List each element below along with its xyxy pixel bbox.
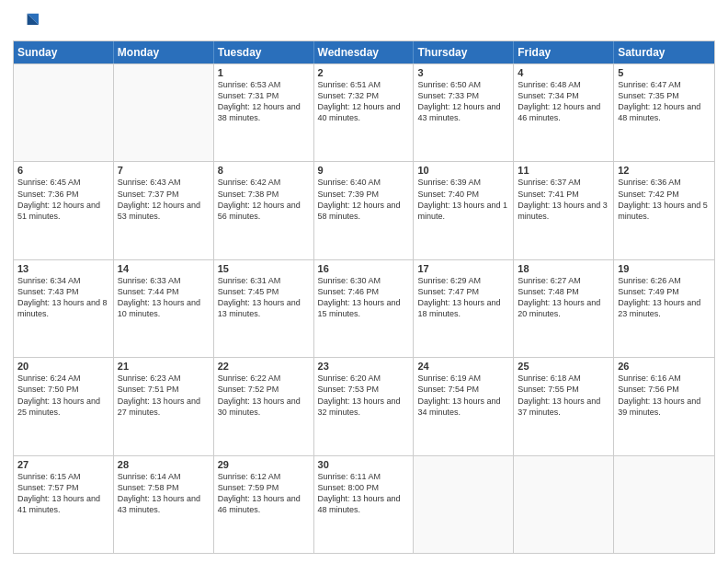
day-info: Sunrise: 6:18 AM Sunset: 7:55 PM Dayligh… (518, 373, 609, 418)
header-day-sunday: Sunday (14, 41, 114, 63)
day-info: Sunrise: 6:39 AM Sunset: 7:40 PM Dayligh… (417, 177, 509, 222)
day-number: 27 (17, 459, 109, 470)
cal-cell (414, 456, 514, 553)
cal-cell: 13Sunrise: 6:34 AM Sunset: 7:43 PM Dayli… (14, 260, 114, 357)
cal-cell: 29Sunrise: 6:12 AM Sunset: 7:59 PM Dayli… (214, 456, 314, 553)
cal-cell: 3Sunrise: 6:50 AM Sunset: 7:33 PM Daylig… (414, 64, 514, 161)
day-info: Sunrise: 6:14 AM Sunset: 7:58 PM Dayligh… (118, 471, 210, 516)
day-info: Sunrise: 6:30 AM Sunset: 7:46 PM Dayligh… (318, 275, 410, 320)
cal-cell: 12Sunrise: 6:36 AM Sunset: 7:42 PM Dayli… (614, 162, 714, 259)
day-number: 6 (17, 165, 109, 176)
cal-cell: 22Sunrise: 6:22 AM Sunset: 7:52 PM Dayli… (214, 358, 314, 454)
day-number: 29 (218, 459, 310, 470)
day-number: 28 (118, 459, 210, 470)
day-info: Sunrise: 6:11 AM Sunset: 8:00 PM Dayligh… (318, 471, 410, 516)
cal-cell: 1Sunrise: 6:53 AM Sunset: 7:31 PM Daylig… (214, 64, 314, 161)
header-day-wednesday: Wednesday (314, 41, 415, 63)
cal-cell: 4Sunrise: 6:48 AM Sunset: 7:34 PM Daylig… (514, 64, 614, 161)
day-number: 11 (518, 165, 609, 176)
day-info: Sunrise: 6:47 AM Sunset: 7:35 PM Dayligh… (618, 79, 711, 124)
header (13, 9, 715, 35)
day-number: 15 (218, 263, 310, 274)
day-number: 3 (417, 67, 509, 78)
day-info: Sunrise: 6:22 AM Sunset: 7:52 PM Dayligh… (218, 373, 310, 418)
cal-cell: 25Sunrise: 6:18 AM Sunset: 7:55 PM Dayli… (514, 358, 614, 454)
day-info: Sunrise: 6:40 AM Sunset: 7:39 PM Dayligh… (318, 177, 410, 222)
cal-cell: 20Sunrise: 6:24 AM Sunset: 7:50 PM Dayli… (14, 358, 114, 454)
calendar-body: 1Sunrise: 6:53 AM Sunset: 7:31 PM Daylig… (14, 63, 714, 553)
day-info: Sunrise: 6:31 AM Sunset: 7:45 PM Dayligh… (218, 275, 310, 320)
day-info: Sunrise: 6:24 AM Sunset: 7:50 PM Dayligh… (17, 373, 109, 418)
day-number: 24 (417, 361, 509, 372)
day-number: 23 (318, 361, 410, 372)
day-number: 26 (618, 361, 711, 372)
day-number: 25 (518, 361, 609, 372)
cal-cell: 23Sunrise: 6:20 AM Sunset: 7:53 PM Dayli… (314, 358, 415, 454)
cal-cell: 9Sunrise: 6:40 AM Sunset: 7:39 PM Daylig… (314, 162, 415, 259)
day-number: 22 (218, 361, 310, 372)
cal-cell: 19Sunrise: 6:26 AM Sunset: 7:49 PM Dayli… (614, 260, 714, 357)
header-day-thursday: Thursday (414, 41, 514, 63)
week-row-3: 13Sunrise: 6:34 AM Sunset: 7:43 PM Dayli… (14, 259, 714, 357)
day-number: 12 (618, 165, 711, 176)
week-row-2: 6Sunrise: 6:45 AM Sunset: 7:36 PM Daylig… (14, 161, 714, 259)
day-info: Sunrise: 6:23 AM Sunset: 7:51 PM Dayligh… (118, 373, 210, 418)
day-number: 17 (417, 263, 509, 274)
day-number: 13 (17, 263, 109, 274)
cal-cell: 6Sunrise: 6:45 AM Sunset: 7:36 PM Daylig… (14, 162, 114, 259)
cal-cell: 27Sunrise: 6:15 AM Sunset: 7:57 PM Dayli… (14, 456, 114, 553)
cal-cell: 8Sunrise: 6:42 AM Sunset: 7:38 PM Daylig… (214, 162, 314, 259)
day-info: Sunrise: 6:53 AM Sunset: 7:31 PM Dayligh… (218, 79, 310, 124)
day-number: 14 (118, 263, 210, 274)
day-info: Sunrise: 6:37 AM Sunset: 7:41 PM Dayligh… (518, 177, 609, 222)
cal-cell (14, 64, 114, 161)
calendar: SundayMondayTuesdayWednesdayThursdayFrid… (13, 40, 715, 554)
day-info: Sunrise: 6:48 AM Sunset: 7:34 PM Dayligh… (518, 79, 609, 124)
header-day-saturday: Saturday (614, 41, 714, 63)
day-info: Sunrise: 6:45 AM Sunset: 7:36 PM Dayligh… (17, 177, 109, 222)
day-info: Sunrise: 6:50 AM Sunset: 7:33 PM Dayligh… (417, 79, 509, 124)
cal-cell: 10Sunrise: 6:39 AM Sunset: 7:40 PM Dayli… (414, 162, 514, 259)
day-number: 5 (618, 67, 711, 78)
day-number: 18 (518, 263, 609, 274)
cal-cell (614, 456, 714, 553)
header-day-friday: Friday (514, 41, 614, 63)
cal-cell: 28Sunrise: 6:14 AM Sunset: 7:58 PM Dayli… (114, 456, 214, 553)
cal-cell: 17Sunrise: 6:29 AM Sunset: 7:47 PM Dayli… (414, 260, 514, 357)
day-number: 21 (118, 361, 210, 372)
day-number: 16 (318, 263, 410, 274)
cal-cell: 5Sunrise: 6:47 AM Sunset: 7:35 PM Daylig… (614, 64, 714, 161)
day-info: Sunrise: 6:19 AM Sunset: 7:54 PM Dayligh… (417, 373, 509, 418)
day-number: 9 (318, 165, 410, 176)
week-row-4: 20Sunrise: 6:24 AM Sunset: 7:50 PM Dayli… (14, 357, 714, 454)
day-info: Sunrise: 6:26 AM Sunset: 7:49 PM Dayligh… (618, 275, 711, 320)
cal-cell: 30Sunrise: 6:11 AM Sunset: 8:00 PM Dayli… (314, 456, 415, 553)
day-number: 4 (518, 67, 609, 78)
day-info: Sunrise: 6:29 AM Sunset: 7:47 PM Dayligh… (417, 275, 509, 320)
logo-icon (13, 9, 39, 35)
day-info: Sunrise: 6:42 AM Sunset: 7:38 PM Dayligh… (218, 177, 310, 222)
day-info: Sunrise: 6:27 AM Sunset: 7:48 PM Dayligh… (518, 275, 609, 320)
day-number: 30 (318, 459, 410, 470)
day-info: Sunrise: 6:34 AM Sunset: 7:43 PM Dayligh… (17, 275, 109, 320)
cal-cell: 24Sunrise: 6:19 AM Sunset: 7:54 PM Dayli… (414, 358, 514, 454)
day-number: 2 (318, 67, 410, 78)
header-day-tuesday: Tuesday (214, 41, 314, 63)
week-row-1: 1Sunrise: 6:53 AM Sunset: 7:31 PM Daylig… (14, 63, 714, 161)
day-info: Sunrise: 6:36 AM Sunset: 7:42 PM Dayligh… (618, 177, 711, 222)
cal-cell: 11Sunrise: 6:37 AM Sunset: 7:41 PM Dayli… (514, 162, 614, 259)
cal-cell (514, 456, 614, 553)
logo (13, 9, 40, 35)
week-row-5: 27Sunrise: 6:15 AM Sunset: 7:57 PM Dayli… (14, 455, 714, 553)
day-number: 8 (218, 165, 310, 176)
day-info: Sunrise: 6:20 AM Sunset: 7:53 PM Dayligh… (318, 373, 410, 418)
cal-cell (114, 64, 214, 161)
day-number: 20 (17, 361, 109, 372)
day-number: 19 (618, 263, 711, 274)
cal-cell: 14Sunrise: 6:33 AM Sunset: 7:44 PM Dayli… (114, 260, 214, 357)
cal-cell: 26Sunrise: 6:16 AM Sunset: 7:56 PM Dayli… (614, 358, 714, 454)
page: SundayMondayTuesdayWednesdayThursdayFrid… (0, 0, 728, 563)
day-info: Sunrise: 6:51 AM Sunset: 7:32 PM Dayligh… (318, 79, 410, 124)
calendar-header: SundayMondayTuesdayWednesdayThursdayFrid… (14, 41, 714, 63)
cal-cell: 15Sunrise: 6:31 AM Sunset: 7:45 PM Dayli… (214, 260, 314, 357)
